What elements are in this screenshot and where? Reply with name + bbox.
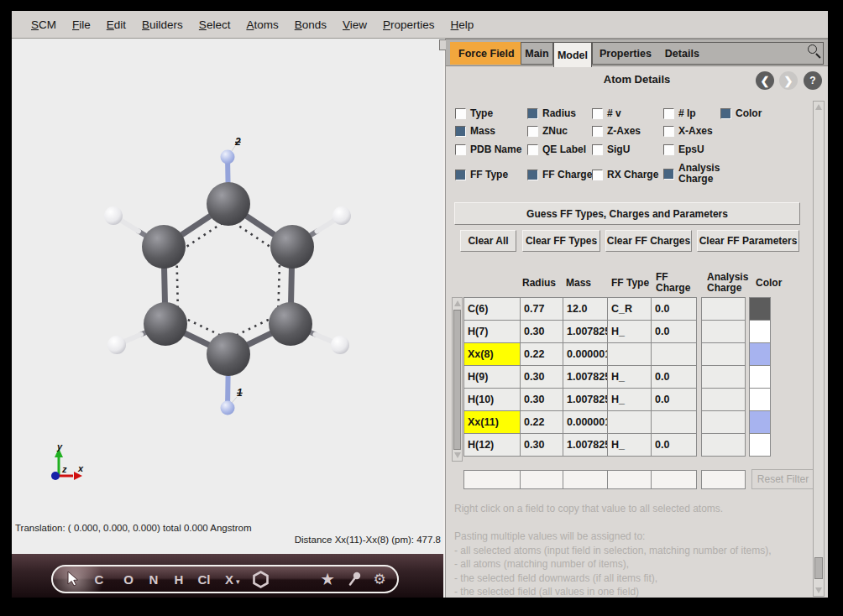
menu-builders[interactable]: Builders: [142, 18, 183, 31]
mass-cell[interactable]: 12.0: [563, 297, 608, 321]
analysis-charge-cell[interactable]: [701, 297, 746, 321]
filter-input[interactable]: [520, 470, 563, 489]
checkbox-num-v[interactable]: # v: [592, 107, 621, 119]
ff-charge-cell[interactable]: 0.0: [651, 365, 697, 389]
mass-cell[interactable]: 0.000001: [563, 410, 608, 434]
guess-ff-button[interactable]: Guess FF Types, Charges and Parameters: [454, 202, 800, 225]
color-swatch[interactable]: [749, 320, 771, 343]
atom-hydrogen[interactable]: [331, 336, 349, 354]
radius-cell[interactable]: 0.30: [520, 365, 563, 389]
element-dropdown-icon[interactable]: ▾: [236, 577, 240, 586]
checkbox-ff-type[interactable]: FF Type: [455, 169, 508, 180]
checkbox-z-axes[interactable]: Z-Axes: [592, 125, 641, 137]
ff-type-cell[interactable]: H_: [607, 320, 652, 343]
ff-type-cell[interactable]: [607, 342, 652, 366]
checkbox-analysis-charge[interactable]: Analysis Charge: [663, 163, 736, 185]
ff-type-cell[interactable]: [607, 410, 652, 434]
checkbox-radius[interactable]: Radius: [527, 107, 576, 119]
checkbox-type[interactable]: Type: [455, 107, 493, 119]
ff-charge-cell[interactable]: 0.0: [651, 433, 697, 457]
analysis-charge-cell[interactable]: [701, 410, 746, 434]
ff-charge-cell[interactable]: 0.0: [651, 320, 697, 343]
radius-cell[interactable]: 0.22: [520, 342, 563, 366]
filter-input[interactable]: [607, 470, 652, 489]
ff-type-cell[interactable]: H_: [607, 433, 652, 457]
element-h-tool[interactable]: H: [169, 566, 189, 592]
atom-carbon[interactable]: [207, 332, 250, 376]
atom-carbon[interactable]: [144, 302, 187, 346]
panel-scrollbar-thumb[interactable]: [814, 557, 823, 579]
radius-cell[interactable]: 0.30: [520, 320, 563, 343]
radius-cell[interactable]: 0.22: [520, 410, 563, 434]
tab-properties[interactable]: Properties: [600, 48, 652, 60]
mass-cell[interactable]: 0.000001: [563, 342, 608, 366]
menu-edit[interactable]: Edit: [107, 18, 126, 31]
color-swatch[interactable]: [749, 365, 771, 389]
clear-ff-parameters-button[interactable]: Clear FF Parameters: [697, 230, 799, 252]
ff-type-cell[interactable]: C_R: [607, 297, 652, 321]
atom-name-cell[interactable]: C(6): [463, 297, 521, 321]
tab-main[interactable]: Main: [521, 42, 553, 65]
mass-cell[interactable]: 1.007825: [563, 365, 608, 389]
settings-gear-tool[interactable]: ⚙: [369, 566, 390, 592]
analysis-charge-cell[interactable]: [701, 342, 746, 366]
filter-input[interactable]: [463, 470, 521, 489]
atom-name-cell[interactable]: H(7): [463, 320, 521, 343]
forward-button[interactable]: ❯: [779, 71, 798, 90]
color-swatch[interactable]: [749, 433, 771, 457]
color-swatch[interactable]: [749, 410, 771, 434]
atom-dummy-xx8[interactable]: [221, 150, 235, 164]
analysis-charge-cell[interactable]: [701, 365, 746, 389]
clear-ff-charges-button[interactable]: Clear FF Charges: [605, 230, 692, 252]
ff-type-cell[interactable]: H_: [607, 388, 652, 411]
color-swatch[interactable]: [749, 297, 771, 321]
checkbox-x-axes[interactable]: X-Axes: [663, 125, 713, 137]
ff-charge-cell[interactable]: [651, 342, 697, 366]
scroll-up-icon[interactable]: [453, 298, 462, 309]
clear-ff-types-button[interactable]: Clear FF Types: [522, 230, 600, 252]
tab-model[interactable]: Model: [553, 42, 592, 67]
panel-scrollbar[interactable]: [813, 101, 825, 597]
radius-cell[interactable]: 0.77: [520, 297, 563, 321]
analysis-charge-cell[interactable]: [701, 388, 746, 411]
checkbox-rx-charge[interactable]: RX Charge: [592, 169, 658, 180]
table-scrollbar[interactable]: [452, 297, 463, 462]
checkbox-epsu[interactable]: EpsU: [663, 144, 704, 155]
ff-type-cell[interactable]: H_: [607, 365, 652, 389]
table-scrollbar-thumb[interactable]: [453, 310, 461, 450]
color-swatch[interactable]: [749, 342, 771, 366]
menu-file[interactable]: File: [72, 18, 91, 31]
menu-scm[interactable]: SCM: [31, 18, 56, 31]
mass-cell[interactable]: 1.007825: [563, 388, 608, 411]
menu-bonds[interactable]: Bonds: [295, 18, 327, 31]
atom-name-cell[interactable]: H(10): [463, 388, 521, 411]
atom-name-cell[interactable]: Xx(8): [463, 342, 521, 366]
scroll-up-icon[interactable]: [814, 102, 824, 112]
menu-properties[interactable]: Properties: [383, 18, 435, 31]
scroll-down-icon[interactable]: [814, 585, 824, 596]
checkbox-color[interactable]: Color: [720, 107, 762, 119]
tab-force-field[interactable]: Force Field: [450, 42, 529, 65]
menu-select[interactable]: Select: [199, 18, 231, 31]
reset-filter-button[interactable]: Reset Filter: [751, 469, 814, 489]
filter-input[interactable]: [563, 470, 608, 489]
search-button[interactable]: [806, 43, 823, 60]
menu-view[interactable]: View: [343, 18, 367, 31]
atom-name-cell[interactable]: Xx(11): [463, 410, 521, 434]
molecule-viewport[interactable]: 2 1 y x z Translation: ( 0.000, 0.000, 0…: [12, 39, 443, 554]
checkbox-pdb-name[interactable]: PDB Name: [455, 144, 521, 155]
menu-help[interactable]: Help: [451, 18, 474, 31]
radius-cell[interactable]: 0.30: [520, 433, 563, 457]
atom-name-cell[interactable]: H(9): [463, 365, 521, 389]
back-button[interactable]: ❮: [756, 71, 774, 90]
menu-atoms[interactable]: Atoms: [246, 18, 278, 31]
radius-cell[interactable]: 0.30: [520, 388, 563, 411]
analysis-charge-cell[interactable]: [701, 320, 746, 343]
ff-charge-cell[interactable]: [651, 410, 697, 434]
mass-cell[interactable]: 1.007825: [563, 433, 608, 457]
atom-dummy-xx11[interactable]: [221, 401, 235, 415]
checkbox-num-lp[interactable]: # lp: [663, 107, 696, 119]
tab-details[interactable]: Details: [665, 48, 699, 60]
analysis-charge-cell[interactable]: [701, 433, 746, 457]
favorites-star-tool[interactable]: ★: [317, 566, 338, 592]
